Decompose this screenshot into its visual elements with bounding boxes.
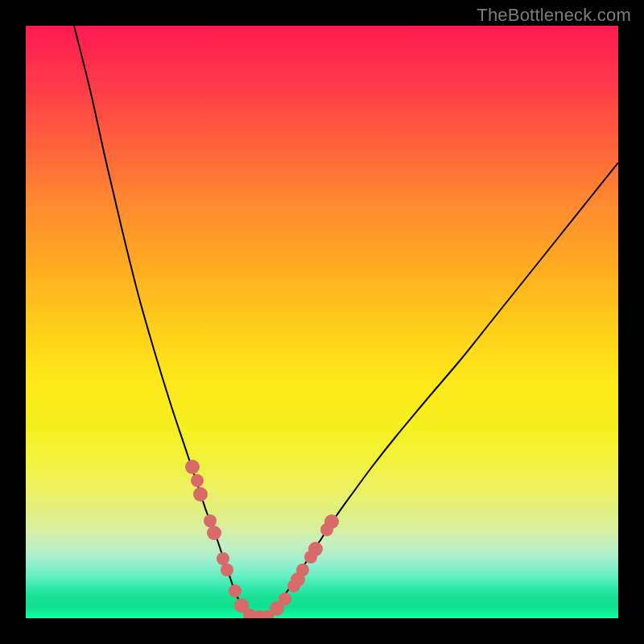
bead-left-2	[193, 487, 208, 502]
bead-right-6	[287, 580, 300, 592]
chart-frame: TheBottleneck.com	[0, 0, 644, 644]
bead-left-1	[191, 474, 204, 487]
bead-left-5	[217, 552, 229, 565]
bead-right-3	[304, 551, 317, 564]
bead-left-6	[221, 564, 233, 576]
bead-left-7	[229, 584, 242, 597]
beads-group	[185, 460, 339, 618]
bead-left-4	[207, 526, 221, 540]
plot-area	[26, 26, 618, 618]
curves-svg	[26, 26, 618, 618]
bead-right-1	[320, 523, 333, 536]
left-curve	[74, 26, 248, 618]
bead-left-0	[185, 460, 200, 474]
bead-left-3	[204, 514, 217, 527]
watermark-text: TheBottleneck.com	[477, 5, 631, 26]
